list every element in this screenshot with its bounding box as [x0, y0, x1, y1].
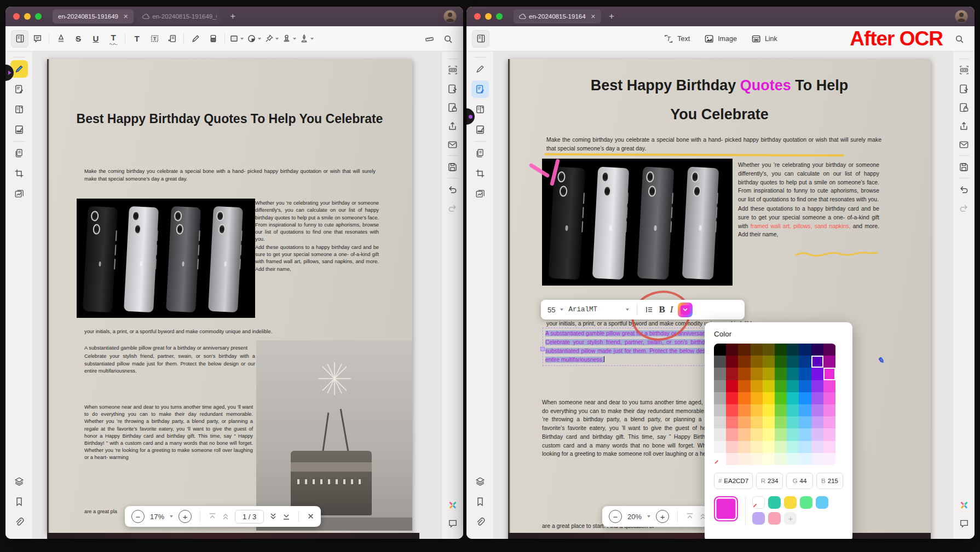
color-cell[interactable]: [775, 416, 787, 428]
account-avatar[interactable]: [443, 10, 457, 23]
color-cell[interactable]: [823, 380, 835, 392]
color-cell[interactable]: [714, 453, 726, 465]
color-cell[interactable]: [738, 428, 750, 440]
font-size-value[interactable]: 55: [547, 306, 555, 314]
color-cell[interactable]: [714, 344, 726, 356]
chevron-down-icon[interactable]: [560, 309, 563, 311]
color-cell[interactable]: [811, 404, 823, 416]
color-cell[interactable]: [738, 356, 750, 368]
color-cell[interactable]: [787, 392, 799, 404]
first-page-icon[interactable]: [209, 513, 216, 520]
color-cell[interactable]: [714, 428, 726, 440]
sidebar-pages[interactable]: [10, 144, 28, 162]
pencil-tool-button[interactable]: [187, 30, 204, 48]
text-tool[interactable]: T Text: [664, 34, 690, 44]
page-indicator[interactable]: 1 / 3: [235, 510, 264, 524]
no-color-swatch[interactable]: [752, 496, 765, 509]
protect-button[interactable]: [445, 100, 460, 115]
color-cell[interactable]: [714, 416, 726, 428]
color-cell[interactable]: [787, 453, 799, 465]
color-cell[interactable]: [811, 441, 823, 453]
previous-page-icon[interactable]: [222, 513, 229, 520]
ai-assistant-button[interactable]: [445, 497, 460, 513]
convert-button[interactable]: [956, 81, 972, 96]
preset-color-swatch[interactable]: [768, 496, 781, 509]
sidebar-edit-document-active[interactable]: [471, 80, 489, 98]
share-button[interactable]: [956, 118, 972, 133]
tab-close-icon[interactable]: ✕: [591, 13, 596, 20]
preset-color-swatch[interactable]: [816, 496, 828, 509]
color-cell[interactable]: [823, 368, 835, 380]
preset-color-swatch[interactable]: [784, 496, 797, 509]
font-name-value[interactable]: ArialMT: [568, 306, 621, 313]
color-cell[interactable]: [787, 416, 799, 428]
color-cell[interactable]: [775, 428, 787, 440]
first-page-icon[interactable]: [686, 513, 694, 520]
sidebar-edit-document[interactable]: [10, 80, 28, 98]
search-button[interactable]: [439, 30, 457, 48]
text-tool-button[interactable]: T: [128, 30, 146, 48]
color-cell[interactable]: [787, 428, 799, 440]
sidebar-layers[interactable]: [471, 473, 489, 490]
color-cell[interactable]: [811, 368, 823, 380]
color-cell[interactable]: [714, 380, 726, 392]
close-window-button[interactable]: [13, 13, 20, 20]
comments-panel-button[interactable]: [956, 516, 972, 531]
color-cell[interactable]: [775, 404, 787, 416]
color-cell[interactable]: [799, 368, 811, 380]
pin-tool-button[interactable]: [263, 30, 280, 48]
document-area-left[interactable]: Best Happy Birthday Quotes To Help You C…: [33, 51, 441, 539]
sidebar-extract-images[interactable]: [10, 185, 28, 202]
color-cell[interactable]: [811, 380, 823, 392]
zoom-in-button[interactable]: +: [178, 510, 192, 523]
add-swatch-button[interactable]: +: [784, 512, 797, 525]
color-cell[interactable]: [811, 356, 823, 368]
stamp-tool-button[interactable]: [280, 30, 298, 48]
squiggly-underline-button[interactable]: T: [105, 30, 122, 48]
measure-tool-button[interactable]: [420, 30, 438, 48]
textbox-tool-button[interactable]: T: [146, 30, 163, 48]
title-accent[interactable]: Quotes: [740, 77, 791, 94]
ocr-button[interactable]: OCR: [445, 62, 460, 78]
red-field[interactable]: R234: [756, 473, 783, 489]
last-page-icon[interactable]: [283, 513, 290, 520]
zoom-level[interactable]: 20%: [627, 513, 642, 521]
color-cell[interactable]: [763, 356, 775, 368]
color-cell[interactable]: [763, 404, 775, 416]
color-cell[interactable]: [751, 416, 763, 428]
zoom-window-button[interactable]: [496, 13, 503, 20]
image-tool[interactable]: Image: [704, 34, 737, 44]
color-cell[interactable]: [751, 441, 763, 453]
reading-mode-button[interactable]: [11, 30, 28, 48]
color-cell[interactable]: [751, 428, 763, 440]
align-icon[interactable]: [645, 305, 654, 314]
undo-button[interactable]: [956, 182, 972, 197]
color-cell[interactable]: [823, 344, 835, 356]
color-cell[interactable]: [751, 404, 763, 416]
color-cell[interactable]: [823, 441, 835, 453]
sidebar-bookmark[interactable]: [10, 493, 28, 510]
color-cell[interactable]: [799, 380, 811, 392]
color-cell[interactable]: [787, 368, 799, 380]
color-cell[interactable]: [799, 356, 811, 368]
color-cell[interactable]: [799, 392, 811, 404]
color-cell[interactable]: [738, 344, 750, 356]
color-cell[interactable]: [787, 344, 799, 356]
undo-button[interactable]: [445, 182, 460, 197]
redo-button[interactable]: [956, 200, 972, 216]
blue-field[interactable]: B215: [816, 473, 843, 489]
callout-tool-button[interactable]: [163, 30, 181, 48]
color-cell[interactable]: [738, 453, 750, 465]
bold-button[interactable]: B: [659, 304, 665, 315]
color-cell[interactable]: [763, 380, 775, 392]
color-cell[interactable]: [738, 368, 750, 380]
color-cell[interactable]: [738, 404, 750, 416]
color-cell[interactable]: [763, 368, 775, 380]
color-cell[interactable]: [787, 404, 799, 416]
italic-button[interactable]: I: [670, 304, 673, 315]
color-cell[interactable]: [726, 368, 738, 380]
preset-color-swatch[interactable]: [768, 512, 781, 525]
sidebar-sign[interactable]: [471, 121, 489, 138]
color-cell[interactable]: [775, 356, 787, 368]
sidebar-extract-images[interactable]: [471, 185, 489, 202]
